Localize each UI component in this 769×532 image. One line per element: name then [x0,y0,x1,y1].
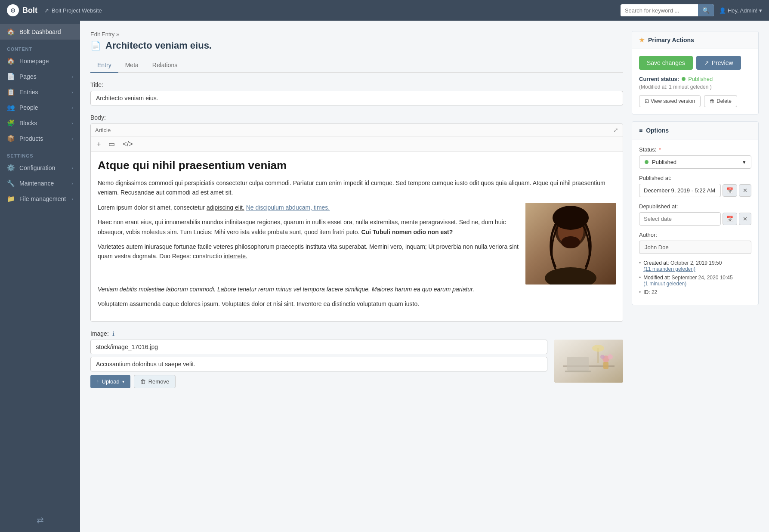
entry-document-icon: 📄 [90,40,101,51]
depublished-at-clear-button[interactable]: ✕ [739,213,751,225]
published-at-calendar-button[interactable]: 📅 [723,184,737,197]
sidebar-item-blocks[interactable]: 🧩 Blocks › [0,115,80,131]
filemanagement-icon: 📁 [7,195,15,203]
user-menu[interactable]: 👤 Hey, Admin! ▾ [719,7,762,14]
id-item: ID: 22 [639,289,751,295]
sidebar-item-filemanagement[interactable]: 📁 File management › [0,191,80,207]
sidebar-collapse-button[interactable]: ⇄ [37,515,44,525]
right-panel: ★ Primary Actions Save changes ↗ Preview… [632,31,759,522]
editor-italic-para: Veniam debitis molestiae laborum commodi… [98,285,616,294]
preview-button[interactable]: ↗ Preview [696,56,741,70]
body-group: Body: Article ⤢ + ▭ </> Atque qui nihil … [90,114,623,322]
published-at-row: 📅 ✕ [639,184,751,197]
image-inputs: ↑ Upload ▾ 🗑 Remove [90,340,547,388]
tab-entry[interactable]: Entry [90,58,118,73]
editor-para2-prefix: Lorem ipsum dolor sit amet, consectetur … [98,204,246,211]
project-link[interactable]: ↗ Bolt Project Website [44,7,102,14]
preview-svg [554,340,623,383]
editor-content[interactable]: Atque qui nihil praesentium veniam Nemo … [91,152,623,321]
depublished-at-calendar-button[interactable]: 📅 [723,213,737,225]
blocks-icon: 🧩 [7,119,15,127]
editor-link1[interactable]: Ne discipulum abducam, times. [246,204,330,211]
tab-meta[interactable]: Meta [118,58,145,73]
options-header: ≡ Options [632,122,758,139]
status-badge: Published [688,76,713,82]
title-label: Title: [90,81,623,88]
delete-button[interactable]: 🗑 Delete [704,95,737,107]
pages-icon: 📄 [7,73,15,80]
project-link-label: Bolt Project Website [52,7,102,14]
svg-point-5 [561,236,580,248]
published-at-label: Published at: [639,175,751,181]
editor-add-button[interactable]: + [95,139,102,149]
modified-relative-link[interactable]: (1 minuut geleden) [643,281,686,287]
content-with-image-block: Lorem ipsum dolor sit amet, consectetur … [98,203,616,285]
adipiscing-underline: adipiscing elit. [207,204,244,211]
sidebar-item-homepage[interactable]: 🏠 Homepage [0,53,80,69]
image-group: Image: ℹ ↑ Upload ▾ [90,330,623,388]
select-chevron-icon: ▾ [743,159,746,165]
search-input[interactable] [621,5,698,16]
view-saved-version-button[interactable]: ⊡ View saved version [639,95,701,107]
sidebar-item-dashboard[interactable]: 🏠 Bolt Dashboard [0,24,80,40]
primary-actions-body: Save changes ↗ Preview Current status: P… [632,49,758,114]
title-input[interactable] [90,91,623,105]
sidebar-item-people[interactable]: 👥 People › [0,100,80,115]
user-chevron-icon: ▾ [759,7,762,14]
author-input[interactable] [639,241,751,254]
body-editor: Article ⤢ + ▭ </> Atque qui nihil praese… [90,124,623,322]
depublished-at-row: 📅 ✕ [639,212,751,226]
editor-block-button[interactable]: ▭ [107,139,117,149]
action-buttons-row: Save changes ↗ Preview [639,56,751,70]
entries-icon: 📋 [7,88,15,96]
editor-code-button[interactable]: </> [121,139,134,149]
published-at-input[interactable] [639,184,721,197]
depublished-at-input[interactable] [639,212,721,226]
options-title: Options [646,127,669,134]
sidebar-item-pages-label: Pages [19,73,37,80]
sidebar-item-configuration[interactable]: ⚙️ Configuration › [0,160,80,176]
upload-button[interactable]: ↑ Upload ▾ [90,375,130,388]
view-version-icon: ⊡ [645,98,649,104]
bolt-logo[interactable]: ⊙ Bolt [7,4,37,16]
people-icon: 👥 [7,104,15,111]
svg-point-12 [600,355,605,359]
sidebar-item-maintenance-label: Maintenance [19,180,54,187]
sidebar-item-entries[interactable]: 📋 Entries › [0,84,80,100]
tab-relations[interactable]: Relations [145,58,184,73]
editor-para2: Lorem ipsum dolor sit amet, consectetur … [98,203,519,212]
created-relative-link[interactable]: (11 maanden geleden) [643,266,695,272]
image-filename-row [90,340,547,354]
person-svg [525,203,616,285]
topnav: ⊙ Bolt ↗ Bolt Project Website 🔍 👤 Hey, A… [0,0,769,21]
topnav-right: 🔍 👤 Hey, Admin! ▾ [621,4,762,16]
entries-chevron-icon: › [71,90,73,95]
depublished-at-label: Depublished at: [639,203,751,210]
image-alt-input[interactable] [90,357,547,371]
sidebar-item-pages[interactable]: 📄 Pages › [0,69,80,84]
image-filename-input[interactable] [90,340,547,354]
remove-button[interactable]: 🗑 Remove [134,375,176,388]
page-title: Architecto veniam eius. [105,40,212,51]
svg-rect-8 [567,357,589,371]
svg-rect-9 [565,371,591,372]
sidebar-item-products-label: Products [19,135,43,142]
svg-rect-13 [603,362,608,369]
svg-point-15 [592,345,604,352]
modified-at-item: Modified at: September 24, 2020 10:45 (1… [639,275,751,287]
author-group: Author: [639,232,751,254]
status-select-value: Published [652,159,676,165]
editor-inline-image [525,203,616,285]
editor-expand-icon[interactable]: ⤢ [613,127,618,133]
products-icon: 📦 [7,135,15,142]
sidebar-item-maintenance[interactable]: 🔧 Maintenance › [0,176,80,191]
editor-para1: Nemo dignissimos commodi qui perspiciati… [98,178,616,198]
filemanagement-chevron-icon: › [71,196,73,201]
sidebar-item-products[interactable]: 📦 Products › [0,131,80,146]
search-button[interactable]: 🔍 [698,4,714,16]
published-at-clear-button[interactable]: ✕ [739,184,751,197]
status-select[interactable]: Published ▾ [639,155,751,169]
sidebar-item-people-label: People [19,104,38,111]
save-changes-button[interactable]: Save changes [639,56,693,70]
dashboard-icon: 🏠 [7,28,15,36]
